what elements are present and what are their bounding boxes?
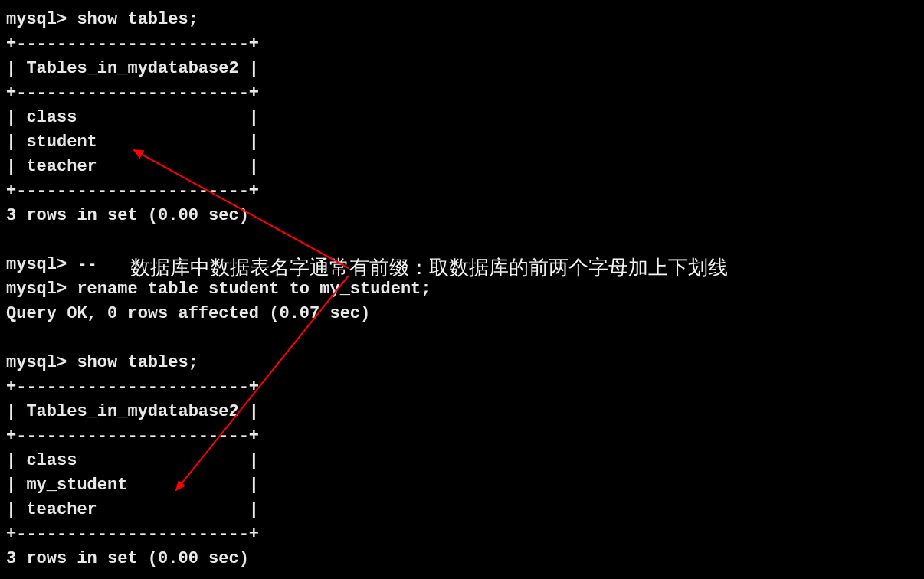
cmd-comment: mysql> -- — [6, 255, 107, 274]
cmd-show-tables-1: mysql> show tables; — [6, 10, 198, 29]
table-header-2: | Tables_in_mydatabase2 | — [6, 402, 259, 421]
terminal-output[interactable]: mysql> show tables; +-------------------… — [0, 0, 924, 579]
table-border: +-----------------------+ — [6, 182, 259, 201]
table-border: +-----------------------+ — [6, 525, 259, 544]
query-ok: Query OK, 0 rows affected (0.07 sec) — [6, 304, 370, 323]
table-border: +-----------------------+ — [6, 427, 259, 446]
annotation-text: 数据库中数据表名字通常有前缀：取数据库的前两个字母加上下划线 — [130, 254, 728, 281]
table-border: +-----------------------+ — [6, 34, 259, 54]
terminal-window[interactable]: mysql> show tables; +-------------------… — [0, 0, 924, 579]
table-row-my-student: | my_student | — [6, 476, 259, 495]
table-row-class-2: | class | — [6, 451, 259, 470]
result-count-2: 3 rows in set (0.00 sec) — [6, 549, 249, 568]
cmd-rename-table: mysql> rename table student to my_studen… — [6, 280, 431, 299]
table-header-1: | Tables_in_mydatabase2 | — [6, 59, 259, 78]
table-row-teacher-1: | teacher | — [6, 157, 259, 176]
table-border: +-----------------------+ — [6, 378, 259, 397]
table-row-student: | student | — [6, 132, 259, 152]
table-row-class-1: | class | — [6, 108, 259, 127]
table-row-teacher-2: | teacher | — [6, 500, 259, 519]
cmd-show-tables-2: mysql> show tables; — [6, 353, 198, 372]
result-count-1: 3 rows in set (0.00 sec) — [6, 206, 249, 225]
table-border: +-----------------------+ — [6, 83, 259, 103]
